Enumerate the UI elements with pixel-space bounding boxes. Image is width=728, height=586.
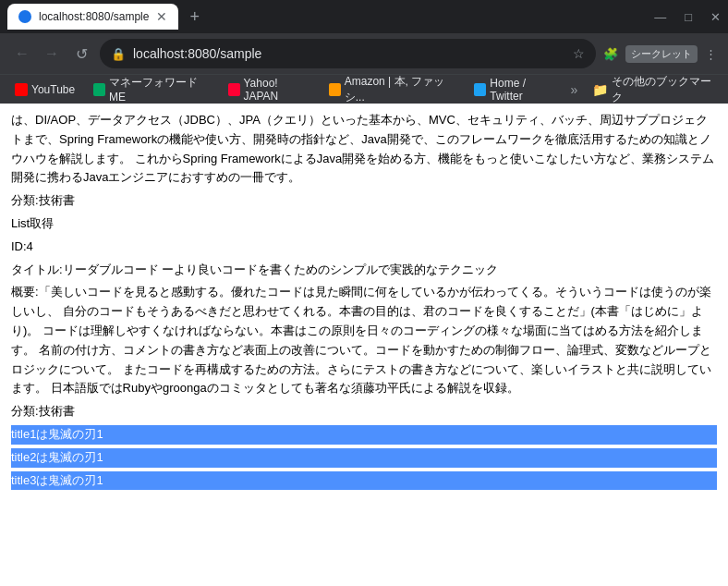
highlighted-item-0: title1は鬼滅の刃1 <box>11 425 717 445</box>
menu-button[interactable]: ⋮ <box>705 47 717 61</box>
highlighted-item-1: title2は鬼滅の刃1 <box>11 448 717 468</box>
page-content: は、DI/AOP、データアクセス（JDBC）、JPA（クエリ）といった基本から、… <box>0 104 728 586</box>
bookmark-yahoo[interactable]: Yahoo! JAPAN <box>221 73 318 106</box>
content-paragraph-3: ID:4 <box>11 238 717 257</box>
tab-close-button[interactable]: ✕ <box>156 9 167 24</box>
amazon-favicon <box>329 83 341 96</box>
bookmarks-more-button[interactable]: » <box>567 79 582 101</box>
twitter-label: Home / Twitter <box>490 77 555 103</box>
tab-title: localhost:8080/sample <box>39 10 149 23</box>
incognito-badge: シークレット <box>625 45 698 63</box>
tab-favicon <box>18 10 31 23</box>
reload-button[interactable]: ↺ <box>70 43 92 65</box>
bookmark-star-icon[interactable]: ☆ <box>573 46 585 61</box>
bookmarks-bar: YouTube マネーフォワード ME Yahoo! JAPAN Amazon … <box>0 74 728 104</box>
close-button[interactable]: ✕ <box>710 10 721 24</box>
extensions-icon[interactable]: 🧩 <box>603 47 618 61</box>
new-tab-button[interactable]: + <box>189 7 200 27</box>
highlighted-item-2: title3は鬼滅の刃1 <box>11 471 717 491</box>
bookmark-amazon[interactable]: Amazon | 本, ファッシ... <box>322 70 464 109</box>
twitter-favicon <box>474 83 486 96</box>
url-display: localhost:8080/sample <box>133 46 261 61</box>
content-paragraph-5: 概要:「美しいコードを見ると感動する。優れたコードは見た瞬間に何をしているかが伝… <box>11 283 717 398</box>
yahoo-label: Yahoo! JAPAN <box>244 77 310 103</box>
bookmark-moneyforward[interactable]: マネーフォワード ME <box>86 71 216 107</box>
other-bookmarks-label: その他のブックマーク <box>612 74 713 105</box>
moneyforward-favicon <box>93 83 105 96</box>
moneyforward-label: マネーフォワード ME <box>109 75 209 104</box>
content-paragraph-0: は、DI/AOP、データアクセス（JDBC）、JPA（クエリ）といった基本から、… <box>11 111 717 188</box>
youtube-label: YouTube <box>31 83 75 96</box>
address-right-controls: 🧩 シークレット ⋮ <box>603 45 717 63</box>
amazon-label: Amazon | 本, ファッシ... <box>345 74 456 105</box>
minimize-button[interactable]: — <box>654 10 666 24</box>
title-bar: localhost:8080/sample ✕ + — □ ✕ <box>0 0 728 33</box>
content-paragraph-2: List取得 <box>11 214 717 234</box>
maximize-button[interactable]: □ <box>685 10 692 24</box>
lock-icon: 🔒 <box>111 47 126 61</box>
yahoo-favicon <box>228 83 240 96</box>
folder-icon: 📁 <box>592 82 608 97</box>
address-bar: ← → ↺ 🔒 localhost:8080/sample ☆ 🧩 シークレット… <box>0 33 728 74</box>
youtube-favicon <box>15 83 28 96</box>
content-paragraph-4: タイトル:リーダブルコード ーより良いコードを書くためのシンプルで実践的なテクニ… <box>11 261 717 280</box>
browser-tab[interactable]: localhost:8080/sample ✕ <box>7 4 178 30</box>
back-button[interactable]: ← <box>11 43 33 65</box>
other-bookmarks[interactable]: 📁 その他のブックマーク <box>585 70 721 109</box>
forward-button[interactable]: → <box>41 43 63 65</box>
bookmark-twitter[interactable]: Home / Twitter <box>467 73 563 106</box>
window-controls: — □ ✕ <box>654 10 721 24</box>
content-paragraph-1: 分類:技術書 <box>11 191 717 211</box>
bookmark-youtube[interactable]: YouTube <box>7 79 82 100</box>
content-paragraph-6: 分類:技術書 <box>11 402 717 421</box>
address-input[interactable]: 🔒 localhost:8080/sample ☆ <box>100 39 596 68</box>
